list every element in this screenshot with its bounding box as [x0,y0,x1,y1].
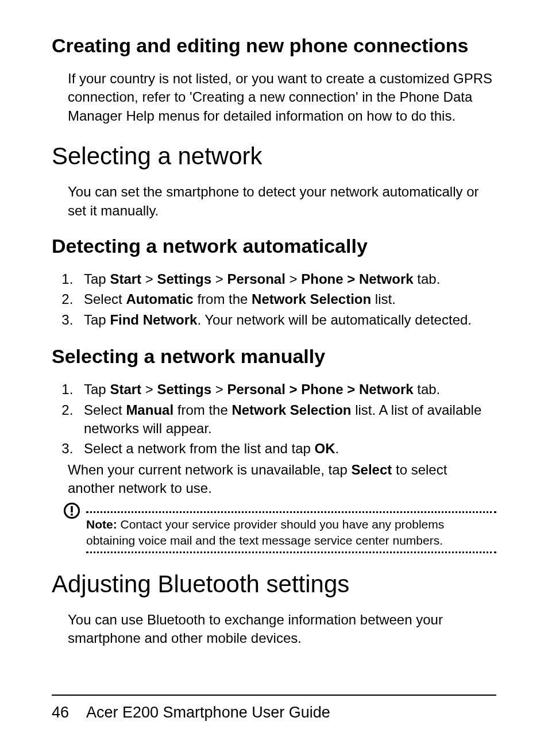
text: > [141,381,157,397]
bold: Automatic [126,291,193,307]
note-label: Note: [86,518,117,531]
bold: Manual [126,402,173,418]
text: When your current network is unavailable… [68,462,352,477]
text: . [335,441,339,456]
para-creating-connections: If your country is not listed, or you wa… [68,70,496,125]
heading-selecting-network: Selecting a network [52,142,496,170]
heading-creating-connections: Creating and editing new phone connectio… [52,34,496,57]
bold: OK [315,441,335,456]
bold: Settings [157,271,211,287]
heading-select-manual: Selecting a network manually [52,345,496,368]
note-body: Contact your service provider should you… [86,518,444,546]
footer-line: 46 Acer E200 Smartphone User Guide [52,704,496,722]
step-item: Select Manual from the Network Selection… [77,401,496,438]
note-divider-bottom [86,551,496,553]
step-item: Tap Start > Settings > Personal > Phone … [77,270,496,288]
bold: Personal > Phone > Network [227,381,413,397]
svg-rect-1 [71,506,73,512]
bold: Personal [227,271,285,287]
bold: Network Selection [231,402,351,418]
page-footer: 46 Acer E200 Smartphone User Guide [52,695,496,722]
bold: Start [110,381,141,397]
bold: Select [352,462,392,477]
text: tab. [414,271,441,287]
text: . Your network will be automatically det… [197,312,472,327]
bold: Settings [157,381,211,397]
step-item: Tap Start > Settings > Personal > Phone … [77,380,496,399]
step-item: Tap Find Network. Your network will be a… [77,311,496,329]
heading-bluetooth: Adjusting Bluetooth settings [52,570,496,598]
heading-detect-auto: Detecting a network automatically [52,235,496,257]
bold: Phone > Network [301,271,413,287]
bold: Start [110,271,141,287]
text: > [285,271,301,287]
para-bluetooth: You can use Bluetooth to exchange inform… [68,611,496,648]
para-selecting-network: You can set the smartphone to detect you… [68,183,496,220]
text: > [211,381,227,397]
text: from the [173,402,231,418]
text: from the [194,291,252,307]
text: tab. [414,381,441,397]
text: > [141,271,157,287]
bold: Network Selection [252,291,371,307]
step-item: Select a network from the list and tap O… [77,439,496,458]
footer-title: Acer E200 Smartphone User Guide [86,704,330,721]
page-number: 46 [52,704,83,722]
text: > [211,271,227,287]
bold: Find Network [110,312,197,327]
svg-rect-2 [71,514,73,516]
step-item: Select Automatic from the Network Select… [77,290,496,308]
footer-rule [52,695,496,696]
text: Tap [84,271,110,287]
text: list. [371,291,396,307]
note-divider-top [86,511,496,513]
note-block: Note: Contact your service provider shou… [52,511,496,553]
steps-detect-auto: Tap Start > Settings > Personal > Phone … [77,270,496,329]
text: Select [84,402,126,418]
page: Creating and editing new phone connectio… [0,0,548,756]
text: Select a network from the list and tap [84,441,315,456]
text: Tap [84,312,110,327]
note-text: Note: Contact your service provider shou… [86,516,496,548]
text: Tap [84,381,110,397]
para-select-manual-after: When your current network is unavailable… [68,461,496,498]
text: Select [84,291,126,307]
steps-select-manual: Tap Start > Settings > Personal > Phone … [77,380,496,458]
alert-icon [63,502,80,522]
